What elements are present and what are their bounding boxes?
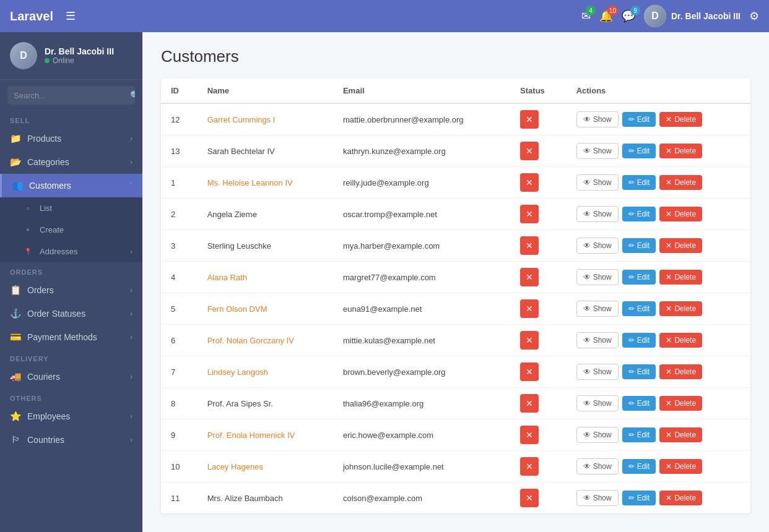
sidebar-item-countries[interactable]: 🏳 Countries › [0, 428, 142, 451]
status-toggle-button[interactable]: ✕ [520, 394, 539, 413]
show-button[interactable]: 👁 Show [576, 111, 619, 127]
edit-button[interactable]: ✏ Edit [622, 207, 656, 221]
status-toggle-button[interactable]: ✕ [520, 489, 539, 507]
table-row: 11Mrs. Alize Baumbachcolson@example.com✕… [161, 483, 750, 514]
status-toggle-button[interactable]: ✕ [520, 173, 539, 192]
show-button[interactable]: 👁 Show [576, 332, 619, 348]
delete-button[interactable]: ✕ Delete [659, 270, 702, 285]
section-label-others: OTHERS [0, 388, 142, 405]
edit-icon: ✏ [628, 399, 635, 408]
cell-email: euna91@example.net [333, 293, 510, 325]
show-button[interactable]: 👁 Show [576, 427, 619, 443]
delete-icon: ✕ [666, 431, 672, 439]
edit-button[interactable]: ✏ Edit [622, 491, 656, 505]
customer-name-link[interactable]: Lacey Hagenes [207, 462, 263, 471]
delete-button[interactable]: ✕ Delete [659, 238, 702, 253]
delete-button[interactable]: ✕ Delete [659, 144, 702, 158]
cell-name: Angela Zieme [198, 199, 333, 230]
sidebar-item-payment-methods[interactable]: 💳 Payment Methods › [0, 325, 142, 349]
brand-logo: Laravel [10, 9, 53, 24]
edit-button[interactable]: ✏ Edit [622, 238, 656, 253]
edit-button[interactable]: ✏ Edit [622, 301, 656, 316]
customer-name-link[interactable]: Fern Olson DVM [207, 304, 267, 314]
status-toggle-button[interactable]: ✕ [520, 299, 539, 318]
delete-button[interactable]: ✕ Delete [659, 112, 702, 127]
sidebar-item-create[interactable]: + Create [0, 219, 142, 241]
edit-button[interactable]: ✏ Edit [622, 396, 656, 411]
edit-button[interactable]: ✏ Edit [622, 144, 656, 158]
search-button[interactable]: 🔍 [124, 86, 135, 105]
customer-name-link[interactable]: Ms. Heloise Leannon IV [207, 178, 293, 187]
sidebar-item-customers[interactable]: 👥 Customers ˅ [0, 174, 142, 197]
cell-id: 5 [161, 293, 198, 325]
sidebar-item-order-statuses[interactable]: ⚓ Order Statuses › [0, 302, 142, 325]
delete-button[interactable]: ✕ Delete [659, 491, 702, 505]
eye-icon: 👁 [583, 431, 591, 439]
eye-icon: 👁 [583, 304, 591, 313]
status-toggle-button[interactable]: ✕ [520, 363, 539, 381]
settings-icon[interactable]: ⚙ [749, 9, 759, 23]
customers-tbody: 12Garret Cummings Imattie.oberbrunner@ex… [161, 103, 750, 513]
search-input[interactable] [7, 87, 124, 105]
status-toggle-button[interactable]: ✕ [520, 236, 539, 255]
delete-button[interactable]: ✕ Delete [659, 396, 702, 411]
delete-button[interactable]: ✕ Delete [659, 364, 702, 379]
edit-button[interactable]: ✏ Edit [622, 333, 656, 348]
status-toggle-button[interactable]: ✕ [520, 426, 539, 444]
cell-id: 2 [161, 199, 198, 230]
employees-icon: ⭐ [10, 411, 21, 422]
delete-button[interactable]: ✕ Delete [659, 301, 702, 316]
status-toggle-button[interactable]: ✕ [520, 457, 539, 476]
edit-button[interactable]: ✏ Edit [622, 459, 656, 474]
show-button[interactable]: 👁 Show [576, 301, 619, 317]
customer-name-link[interactable]: Alana Rath [207, 273, 247, 282]
sidebar: D Dr. Bell Jacobi III Online 🔍 SELL 📁 Pr… [0, 32, 142, 532]
delete-button[interactable]: ✕ Delete [659, 207, 702, 221]
sidebar-item-orders[interactable]: 📋 Orders › [0, 278, 142, 302]
edit-button[interactable]: ✏ Edit [622, 364, 656, 379]
sidebar-item-categories[interactable]: 📂 Categories › [0, 150, 142, 174]
delete-button[interactable]: ✕ Delete [659, 333, 702, 348]
order-statuses-icon: ⚓ [10, 308, 21, 319]
sidebar-item-addresses[interactable]: 📍 Addresses › [0, 241, 142, 262]
edit-button[interactable]: ✏ Edit [622, 270, 656, 285]
show-button[interactable]: 👁 Show [576, 206, 619, 222]
delete-button[interactable]: ✕ Delete [659, 175, 702, 190]
sidebar-item-list[interactable]: ○ List [0, 197, 142, 219]
status-toggle-button[interactable]: ✕ [520, 142, 539, 160]
customer-name-link[interactable]: Lindsey Langosh [207, 367, 268, 377]
cell-name: Sterling Leuschke [198, 230, 333, 262]
status-toggle-button[interactable]: ✕ [520, 110, 539, 129]
show-button[interactable]: 👁 Show [576, 238, 619, 254]
show-button[interactable]: 👁 Show [576, 174, 619, 191]
cell-status: ✕ [510, 388, 567, 419]
show-button[interactable]: 👁 Show [576, 458, 619, 474]
customer-name-link[interactable]: Prof. Nolan Gorczany IV [207, 336, 294, 345]
bell-button[interactable]: 🔔 10 [599, 9, 613, 23]
edit-button[interactable]: ✏ Edit [622, 427, 656, 442]
user-menu-button[interactable]: D Dr. Bell Jacobi III [644, 5, 741, 27]
cell-id: 1 [161, 167, 198, 199]
customer-name-link[interactable]: Garret Cummings I [207, 115, 276, 124]
status-toggle-button[interactable]: ✕ [520, 331, 539, 350]
show-button[interactable]: 👁 Show [576, 364, 619, 380]
show-button[interactable]: 👁 Show [576, 143, 619, 159]
eye-icon: 👁 [583, 273, 591, 281]
delete-button[interactable]: ✕ Delete [659, 427, 702, 442]
col-header-status: Status [510, 79, 567, 103]
chat-button[interactable]: 💬 9 [622, 9, 635, 23]
status-toggle-button[interactable]: ✕ [520, 268, 539, 286]
show-button[interactable]: 👁 Show [576, 269, 619, 285]
customer-name-link[interactable]: Prof. Enola Homenick IV [207, 431, 295, 440]
show-button[interactable]: 👁 Show [576, 395, 619, 411]
sidebar-item-couriers[interactable]: 🚚 Couriers › [0, 365, 142, 388]
edit-button[interactable]: ✏ Edit [622, 175, 656, 190]
menu-icon[interactable]: ☰ [66, 9, 76, 23]
sidebar-item-employees[interactable]: ⭐ Employees › [0, 405, 142, 428]
delete-button[interactable]: ✕ Delete [659, 459, 702, 474]
show-button[interactable]: 👁 Show [576, 490, 619, 506]
edit-button[interactable]: ✏ Edit [622, 112, 656, 127]
status-toggle-button[interactable]: ✕ [520, 205, 539, 223]
mail-button[interactable]: ✉ 4 [581, 9, 591, 23]
sidebar-item-products[interactable]: 📁 Products › [0, 127, 142, 150]
